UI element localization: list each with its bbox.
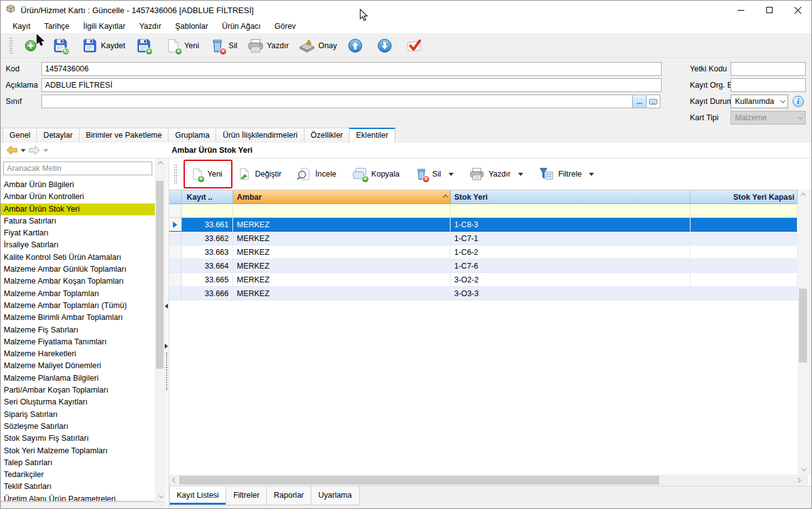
card-tab[interactable]: Ürün İlişkilendirmeleri xyxy=(216,128,304,143)
grid-horizontal-scrollbar[interactable] xyxy=(169,475,808,486)
cell-kapasite[interactable] xyxy=(690,218,798,232)
scroll-down-icon[interactable] xyxy=(155,491,165,501)
card-tab[interactable]: Birimler ve Paketleme xyxy=(79,128,169,143)
collapse-right-icon[interactable] xyxy=(165,344,168,349)
back-dropdown-caret-icon[interactable] xyxy=(21,149,26,152)
card-tab[interactable]: Özellikler xyxy=(304,128,350,143)
filter-cell[interactable] xyxy=(182,204,233,218)
list-item[interactable]: Malzeme Ambar Koşan Toplamları xyxy=(1,275,155,287)
list-item[interactable]: Teklif Satırları xyxy=(1,481,155,493)
column-header-stok-yeri[interactable]: Stok Yeri xyxy=(450,190,690,204)
dropdown-caret-icon[interactable] xyxy=(449,173,454,176)
list-item[interactable]: Malzeme Ambar Toplamları xyxy=(1,288,155,300)
sidebar-scrollbar[interactable] xyxy=(155,158,165,501)
dropdown-caret-icon[interactable] xyxy=(589,173,594,176)
cell-kayit-no[interactable]: 33.663 xyxy=(182,245,233,259)
sinif-keyboard-button[interactable] xyxy=(646,95,660,108)
bottom-tab[interactable]: Filtreler xyxy=(226,486,267,505)
cell-kapasite[interactable] xyxy=(690,259,798,273)
cell-kapasite[interactable] xyxy=(690,273,798,287)
list-item[interactable]: Malzeme Birimli Ambar Toplamları xyxy=(1,312,155,324)
grid-hscrollbar-thumb[interactable] xyxy=(179,476,659,485)
cell-stok-yeri[interactable]: 1-C8-3 xyxy=(450,218,690,232)
menu-item[interactable]: Tarihçe xyxy=(38,21,76,32)
column-header-ambar[interactable]: Ambar xyxy=(233,190,450,204)
approve-button[interactable]: Onay xyxy=(294,36,342,56)
table-row[interactable]: 33.661 MERKEZ 1-C8-3 xyxy=(169,218,798,232)
titlebar[interactable]: Ürün/Hizmet Kartı : Güncelle - 145743600… xyxy=(1,1,812,19)
filter-cell[interactable] xyxy=(690,204,798,218)
kayit-durumu-select[interactable]: Kullanımda xyxy=(731,95,788,108)
cell-kayit-no[interactable]: 33.666 xyxy=(182,287,233,301)
cell-stok-yeri[interactable]: 1-C6-2 xyxy=(450,245,690,259)
cell-ambar[interactable]: MERKEZ xyxy=(233,287,450,301)
list-item[interactable]: Talep Satırları xyxy=(1,457,155,469)
bottom-tab[interactable]: Raporlar xyxy=(266,486,311,505)
list-item[interactable]: Fiyat Kartları xyxy=(1,227,155,239)
menu-item[interactable]: Yazdır xyxy=(132,21,168,32)
list-item[interactable]: Malzeme Hareketleri xyxy=(1,348,155,360)
menu-item[interactable]: Ürün Ağacı xyxy=(215,21,268,32)
list-item[interactable]: Sözleşme Satırları xyxy=(1,421,155,433)
column-header-kapasite[interactable]: Stok Yeri Kapasi xyxy=(690,190,798,204)
confirm-button[interactable] xyxy=(401,36,430,56)
filter-cell[interactable] xyxy=(450,204,690,218)
grid-new-button[interactable]: Yeni xyxy=(182,163,230,185)
dropdown-caret-icon[interactable] xyxy=(518,173,523,176)
card-tab[interactable]: Eklentiler xyxy=(349,128,395,143)
scroll-up-icon[interactable] xyxy=(798,190,808,200)
add-record-button[interactable] xyxy=(18,36,47,56)
cell-kayit-no[interactable]: 33.661 xyxy=(182,218,233,232)
list-item[interactable]: Sipariş Satırları xyxy=(1,409,155,421)
list-item[interactable]: Malzeme Fiyatlama Tanımları xyxy=(1,336,155,348)
menu-item[interactable]: Görev xyxy=(268,21,303,32)
collapse-left-icon[interactable] xyxy=(165,304,168,309)
column-header-kayit[interactable]: Kayıt .. xyxy=(182,190,233,204)
navigate-up-button[interactable] xyxy=(342,36,372,56)
grid-vertical-scrollbar[interactable] xyxy=(798,190,808,475)
toolbar-grip[interactable] xyxy=(9,38,13,54)
filter-cell[interactable] xyxy=(233,204,450,218)
yetki-kodu-input[interactable] xyxy=(731,63,812,75)
cell-kapasite[interactable] xyxy=(690,232,798,245)
grid-delete-button[interactable]: Sil xyxy=(407,163,461,185)
menu-item[interactable]: Kayıt xyxy=(6,21,38,32)
print-button[interactable]: Yazdır xyxy=(242,36,294,56)
cell-ambar[interactable]: MERKEZ xyxy=(233,273,450,287)
card-tab[interactable]: Detaylar xyxy=(36,128,80,143)
card-tab[interactable]: Gruplama xyxy=(168,128,216,143)
scroll-right-icon[interactable] xyxy=(793,475,803,486)
cell-ambar[interactable]: MERKEZ xyxy=(233,232,450,245)
cell-kayit-no[interactable]: 33.662 xyxy=(182,232,233,245)
forward-button[interactable] xyxy=(28,145,41,158)
sinif-browse-button[interactable]: ... xyxy=(632,95,646,108)
grid-print-button[interactable]: Yazdır xyxy=(461,163,531,185)
list-item[interactable]: Fatura Satırları xyxy=(1,215,155,227)
table-row[interactable]: 33.666 MERKEZ 3-O3-3 xyxy=(169,287,798,301)
delete-button[interactable]: Sil xyxy=(204,36,242,56)
table-row[interactable]: 33.665 MERKEZ 3-O2-2 xyxy=(169,273,798,287)
info-icon[interactable]: i xyxy=(793,96,804,107)
cell-kayit-no[interactable]: 33.664 xyxy=(182,259,233,273)
list-item[interactable]: Parti/Ambar Koşan Toplamları xyxy=(1,384,155,396)
cell-ambar[interactable]: MERKEZ xyxy=(233,245,450,259)
list-item[interactable]: Stok Yeri Malzeme Toplamları xyxy=(1,445,155,457)
list-item[interactable]: Ambar Ürün Stok Yeri xyxy=(1,203,155,215)
cell-stok-yeri[interactable]: 1-C7-6 xyxy=(450,259,690,273)
table-row[interactable]: 33.664 MERKEZ 1-C7-6 xyxy=(169,259,798,273)
card-tab[interactable]: Genel xyxy=(3,128,37,143)
list-item[interactable]: Ambar Ürün Bilgileri xyxy=(1,179,155,191)
grid-vscrollbar-thumb[interactable] xyxy=(799,289,807,362)
list-item[interactable]: Üretim Alanı Ürün Parametreleri xyxy=(1,493,155,501)
bottom-tab[interactable]: Uyarlama xyxy=(311,486,360,505)
search-input[interactable] xyxy=(3,162,152,175)
cell-kapasite[interactable] xyxy=(690,245,798,259)
kayit-org-birimi-input[interactable] xyxy=(731,79,812,91)
list-item[interactable]: Kalite Kontrol Seti Ürün Atamaları xyxy=(1,252,155,264)
cell-kapasite[interactable] xyxy=(690,287,798,301)
list-item[interactable]: Malzeme Ambar Toplamları (Tümü) xyxy=(1,300,155,312)
cell-stok-yeri[interactable]: 3-O3-3 xyxy=(450,287,690,301)
table-row[interactable]: 33.663 MERKEZ 1-C6-2 xyxy=(169,245,798,259)
list-item[interactable]: İrsaliye Satırları xyxy=(1,239,155,251)
bottom-tab[interactable]: Kayıt Listesi xyxy=(169,486,226,505)
